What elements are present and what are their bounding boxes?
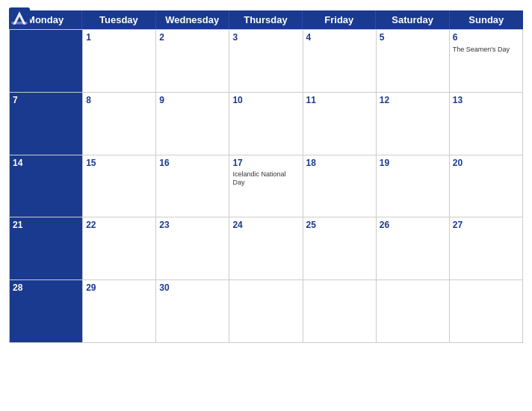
calendar-cell: 7 <box>10 93 83 155</box>
logo <box>9 7 32 28</box>
cell-date: 25 <box>306 219 373 232</box>
cell-date: 16 <box>159 157 226 170</box>
calendar-cell: 28 <box>10 280 83 343</box>
calendar-cell: 23 <box>156 217 229 280</box>
cell-date: 21 <box>13 219 79 232</box>
calendar-cell: 24 <box>229 217 303 280</box>
calendar-cell: 8 <box>83 93 156 155</box>
calendar-cell: 20 <box>450 155 523 218</box>
day-header-saturday: Saturday <box>376 10 449 29</box>
cell-date: 10 <box>232 94 299 107</box>
cell-date: 14 <box>13 157 79 170</box>
day-header-friday: Friday <box>303 10 376 29</box>
cell-date: 1 <box>86 31 152 44</box>
calendar-cell: 11 <box>303 93 377 155</box>
calendar-cell: 9 <box>156 93 229 155</box>
calendar-cell: 6The Seamen's Day <box>450 30 523 93</box>
calendar-cell: 22 <box>83 217 156 280</box>
cell-date: 18 <box>306 157 373 170</box>
cell-date: 17 <box>232 157 299 170</box>
cell-date: 11 <box>306 94 373 107</box>
calendar-cell: 16 <box>156 155 229 218</box>
cell-date: 2 <box>159 31 226 44</box>
cell-date: 28 <box>13 282 79 294</box>
calendar-cell: 10 <box>229 93 303 155</box>
calendar-cell: 19 <box>377 155 450 218</box>
calendar-grid: 123456The Seamen's Day789101112131415161… <box>9 29 523 343</box>
logo-icon <box>9 7 30 28</box>
day-header-thursday: Thursday <box>229 10 303 29</box>
day-header-sunday: Sunday <box>450 10 523 29</box>
calendar-cell: 4 <box>303 30 377 93</box>
cell-date: 15 <box>86 157 152 170</box>
cell-date: 23 <box>159 219 226 232</box>
calendar-cell: 30 <box>156 280 229 343</box>
cell-date: 22 <box>86 219 152 232</box>
cell-event: Icelandic National Day <box>232 170 299 187</box>
cell-date: 24 <box>232 219 299 232</box>
calendar-cell <box>303 280 377 343</box>
calendar-cell: 13 <box>450 93 523 155</box>
calendar-cell: 27 <box>450 217 523 280</box>
calendar-cell: 2 <box>156 30 229 93</box>
calendar-cell: 18 <box>303 155 377 218</box>
calendar-cell: 17Icelandic National Day <box>229 155 303 218</box>
calendar-cell: 26 <box>377 217 450 280</box>
calendar-cell <box>450 280 523 343</box>
cell-date: 4 <box>306 31 373 44</box>
cell-date: 13 <box>453 94 519 107</box>
cell-date: 19 <box>380 157 446 170</box>
calendar-cell <box>10 30 83 93</box>
calendar-cell: 5 <box>377 30 450 93</box>
calendar-cell: 1 <box>83 30 156 93</box>
calendar-cell: 29 <box>83 280 156 343</box>
cell-date: 3 <box>232 31 299 44</box>
cell-date: 26 <box>380 219 446 232</box>
cell-date: 6 <box>453 31 519 44</box>
cell-date: 8 <box>86 94 152 107</box>
calendar-cell: 21 <box>10 217 83 280</box>
cell-date: 20 <box>453 157 519 170</box>
cell-date: 27 <box>453 219 519 232</box>
cell-date: 7 <box>13 94 79 107</box>
calendar-cell <box>377 280 450 343</box>
calendar-cell: 3 <box>229 30 303 93</box>
svg-rect-3 <box>12 22 28 24</box>
calendar-cell: 25 <box>303 217 377 280</box>
day-headers: MondayTuesdayWednesdayThursdayFridaySatu… <box>9 10 523 29</box>
cell-event: The Seamen's Day <box>453 46 519 54</box>
cell-date: 5 <box>380 31 446 44</box>
day-header-wednesday: Wednesday <box>156 10 229 29</box>
cell-date: 9 <box>159 94 226 107</box>
day-header-tuesday: Tuesday <box>82 10 155 29</box>
calendar-container: MondayTuesdayWednesdayThursdayFridaySatu… <box>0 0 532 411</box>
cell-date: 30 <box>159 282 226 294</box>
calendar-cell: 12 <box>377 93 450 155</box>
calendar-cell: 15 <box>83 155 156 218</box>
calendar-cell <box>229 280 303 343</box>
cell-date: 12 <box>380 94 446 107</box>
calendar-cell: 14 <box>10 155 83 218</box>
cell-date: 29 <box>86 282 152 294</box>
